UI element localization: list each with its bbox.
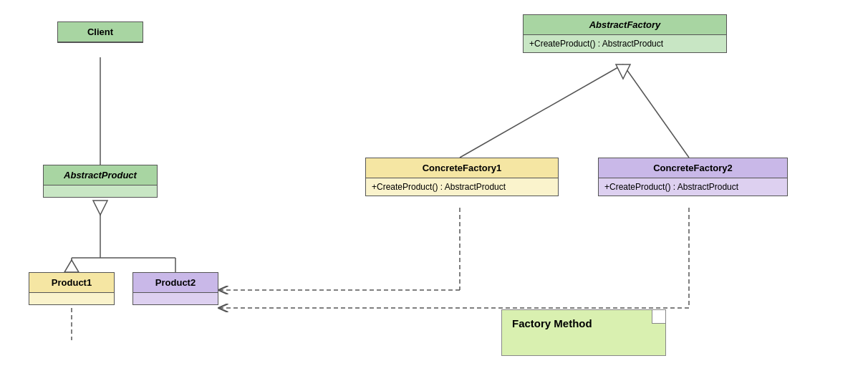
concrete-factory1-title: ConcreteFactory1: [366, 158, 558, 178]
svg-marker-10: [616, 64, 630, 79]
product1-title: Product1: [29, 273, 114, 293]
concrete-factory1-class: ConcreteFactory1 +CreateProduct() : Abst…: [365, 158, 559, 196]
client-class: Client: [57, 21, 143, 43]
product1-class: Product1: [29, 272, 115, 305]
product1-body: [29, 293, 114, 304]
svg-marker-16: [64, 260, 79, 272]
product2-body: [133, 293, 218, 304]
concrete-factory1-method: +CreateProduct() : AbstractProduct: [366, 178, 558, 196]
abstract-product-body: [44, 185, 157, 197]
product2-title: Product2: [133, 273, 218, 293]
svg-line-8: [460, 64, 623, 158]
concrete-factory2-method: +CreateProduct() : AbstractProduct: [599, 178, 787, 196]
concrete-factory2-title: ConcreteFactory2: [599, 158, 787, 178]
concrete-factory2-class: ConcreteFactory2 +CreateProduct() : Abst…: [598, 158, 788, 196]
abstract-product-class: AbstractProduct: [43, 165, 158, 198]
abstract-factory-method: +CreateProduct() : AbstractProduct: [524, 35, 726, 52]
factory-method-note: Factory Method: [501, 309, 666, 356]
client-title: Client: [58, 22, 143, 42]
abstract-factory-title: AbstractFactory: [524, 15, 726, 35]
diagram-container: Client AbstractFactory +CreateProduct() …: [0, 0, 868, 376]
svg-marker-7: [93, 201, 107, 215]
factory-method-label: Factory Method: [512, 317, 592, 329]
abstract-product-title: AbstractProduct: [44, 165, 157, 185]
product2-class: Product2: [132, 272, 218, 305]
svg-line-9: [623, 64, 689, 158]
abstract-factory-class: AbstractFactory +CreateProduct() : Abstr…: [523, 14, 727, 53]
